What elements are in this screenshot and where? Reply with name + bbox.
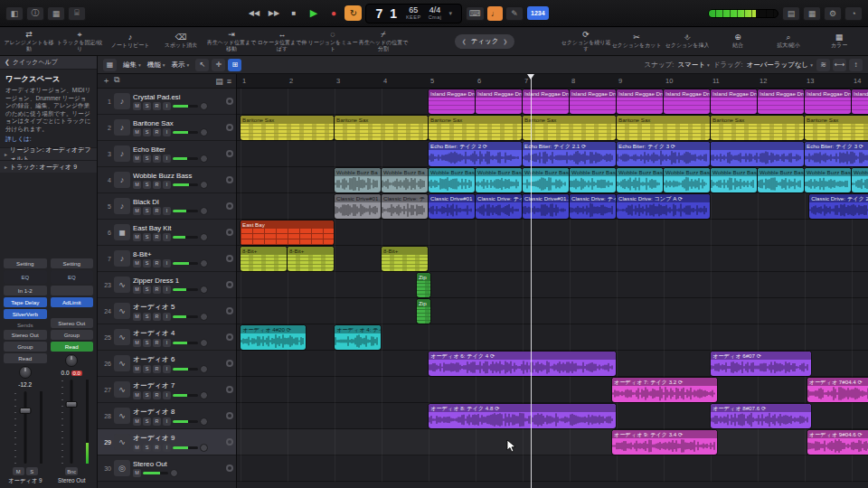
editors-toggle-icon[interactable]: ⌸ [68, 6, 86, 21]
track-m-button[interactable]: M [133, 365, 141, 373]
track-header-row[interactable]: 30◎Stereo OutM [98, 455, 236, 482]
region[interactable] [711, 142, 804, 166]
musical-typing-icon[interactable]: ⌨ [466, 6, 485, 21]
volume-slider[interactable] [173, 183, 198, 186]
track-name[interactable]: Black DI [133, 198, 223, 206]
region[interactable]: Zip [417, 273, 430, 297]
track-s-button[interactable]: S [143, 259, 151, 267]
track-name[interactable]: Wobble Buzz Bass [133, 172, 223, 180]
track-s-button[interactable]: S [143, 128, 151, 136]
toolbar-button[interactable]: ⎀セクションを挿入 [662, 28, 712, 54]
track-r-button[interactable]: R [153, 313, 161, 321]
track-name[interactable]: Baritone Sax [133, 119, 223, 127]
track-header-row[interactable]: 26∿オーディオ 6MSRI [98, 351, 236, 377]
strip-slot-eq[interactable]: EQ [51, 270, 94, 284]
pan-knob[interactable] [200, 313, 208, 321]
record-arm-button[interactable] [226, 333, 233, 341]
region[interactable]: オーディオ 7: テイク 3.2 ⟳ [612, 378, 717, 402]
region[interactable]: Wobble Buzz Bass [711, 168, 757, 192]
record-arm-button[interactable] [226, 98, 233, 105]
record-arm-button[interactable] [226, 150, 233, 157]
pan-knob[interactable] [200, 155, 208, 163]
track-sort-icon[interactable]: ≡ [227, 77, 231, 86]
region[interactable]: Island Reggae Drums 01 [711, 89, 757, 114]
volume-slider[interactable] [173, 236, 198, 239]
browsers-icon[interactable]: ▦ [803, 6, 821, 21]
track-s-button[interactable]: S [143, 155, 151, 163]
catch-playhead-button[interactable]: ⊞ [228, 59, 241, 71]
region[interactable]: Echo Biter: テイク 2.1 ⟳ [523, 142, 616, 166]
track-r-button[interactable]: R [153, 128, 161, 136]
strip-slot-group[interactable]: Group [4, 342, 47, 352]
toolbar-button[interactable]: ⌖トラックを固定/絞り [54, 28, 105, 54]
zoom-vertical-icon[interactable]: ↕ [849, 59, 863, 71]
track-header-row[interactable]: 29∿オーディオ 9MSRI [98, 429, 236, 455]
volume-slider[interactable] [173, 420, 198, 423]
pan-knob[interactable] [200, 233, 208, 241]
strip-slot-eq[interactable]: EQ [4, 270, 47, 284]
track-name[interactable]: Crystal Pad.esi [133, 93, 223, 101]
track-lane[interactable] [237, 324, 868, 351]
strip-slot-group[interactable]: Group [51, 330, 94, 340]
region[interactable]: Baritone Sax [241, 116, 334, 140]
toolbar-button[interactable]: ⌿再生ヘッドの位置で分割 [358, 28, 409, 54]
region[interactable]: オーディオ 4: テイク 2 ⟳ [335, 325, 381, 350]
strip-slot-read[interactable]: Read [51, 342, 94, 352]
fader-cap[interactable] [19, 408, 31, 414]
track-r-button[interactable]: R [153, 259, 161, 267]
region[interactable]: Classic Drive: テイ [570, 194, 616, 219]
track-r-button[interactable]: R [153, 365, 161, 373]
region[interactable]: 8-Bit+ [241, 247, 287, 271]
track-m-button[interactable]: M [133, 233, 141, 241]
pan-knob[interactable] [170, 469, 178, 477]
track-header-row[interactable]: 25∿オーディオ 4MSRI [98, 324, 236, 351]
record-arm-button[interactable] [226, 176, 233, 183]
track-i-button[interactable]: I [163, 339, 171, 347]
region[interactable]: Island Reggae Drums 01 [617, 89, 663, 114]
record-arm-button[interactable] [226, 202, 233, 210]
region[interactable]: オーディオ 4#20 ⟳ [241, 325, 306, 350]
track-m-button[interactable]: M [133, 418, 141, 426]
track-header-row[interactable]: 4♪Wobble Buzz BassMSRI [98, 167, 236, 193]
channel-fader[interactable] [13, 391, 38, 464]
region[interactable]: Baritone Sax [429, 116, 522, 140]
toolbar-button[interactable]: ✂セクションをカット [611, 28, 662, 54]
region[interactable]: オーディオ 9#04.6 ⟳ [807, 430, 868, 455]
track-name[interactable]: オーディオ 4 [133, 328, 223, 338]
mixer-toggle-icon[interactable]: ▦ [47, 6, 65, 21]
record-arm-button[interactable] [226, 281, 233, 288]
track-m-button[interactable]: M [133, 469, 141, 477]
track-i-button[interactable]: I [163, 155, 171, 163]
inspector-toggle-icon[interactable]: ⓘ [26, 6, 44, 21]
strip-slot-adlimit[interactable]: AdLimit [51, 297, 94, 307]
record-arm-button[interactable] [226, 412, 233, 419]
track-header-row[interactable]: 23∿Zipper Dress 1MSRI [98, 272, 236, 298]
pan-knob[interactable] [200, 444, 208, 452]
region[interactable]: Wobble Buzz Bass [570, 168, 616, 192]
region[interactable]: Baritone Sax [711, 116, 804, 140]
functions-menu[interactable]: 機能 [147, 61, 165, 70]
pan-knob[interactable] [19, 366, 32, 379]
region[interactable]: Wobble Buzz Bass [664, 168, 710, 192]
region[interactable]: Classic Drive#01.1 [523, 194, 569, 219]
region[interactable]: オーディオ 6: テイク 4 ⟳ [429, 352, 616, 376]
pan-knob[interactable] [200, 286, 208, 294]
track-zoom-icon[interactable]: ▤ [215, 77, 223, 86]
region[interactable]: Baritone Sax [617, 116, 710, 140]
strip-slot-stereo-out[interactable]: Stereo Out [4, 330, 47, 340]
track-lane[interactable] [237, 298, 868, 324]
region[interactable]: オーディオ 6#07 ⟳ [711, 352, 811, 376]
track-name[interactable]: Stereo Out [133, 460, 223, 468]
region[interactable]: オーディオ 8: テイク 4.8 ⟳ [429, 404, 616, 428]
strip-slot-silververb[interactable]: SilverVerb [4, 309, 47, 319]
strip-slot-stereo-out[interactable]: Stereo Out [51, 318, 94, 328]
track-i-button[interactable]: I [163, 233, 171, 241]
track-s-button[interactable]: S [143, 286, 151, 294]
toolbar-button[interactable]: ⌫スポット消去 [156, 28, 206, 54]
region[interactable]: 8-Bit+ [288, 247, 334, 271]
track-m-button[interactable]: M [133, 444, 141, 452]
channel-fader[interactable] [60, 380, 85, 464]
settings-icon[interactable]: ⚙ [824, 6, 842, 21]
region[interactable]: Wobble Buzz Bass [852, 168, 868, 192]
region[interactable]: Island Reggae Drums 01 [805, 89, 851, 114]
